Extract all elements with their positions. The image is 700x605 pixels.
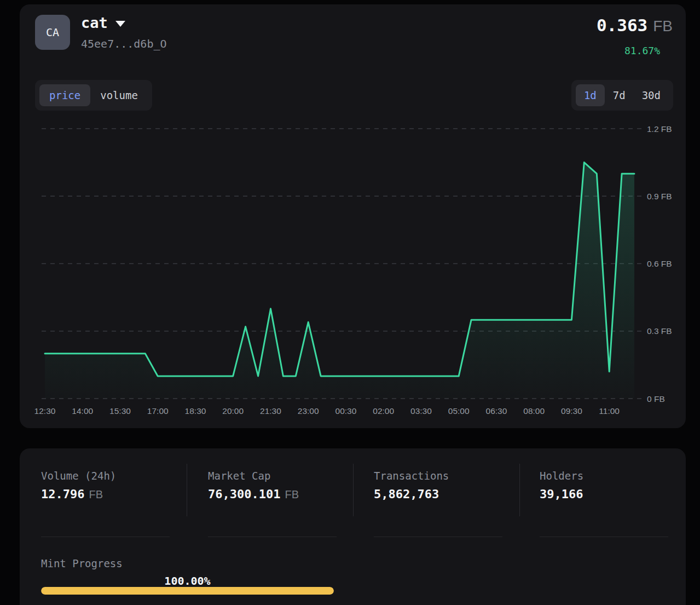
x-axis-tick-label: 02:00 (373, 406, 394, 416)
stat-label: Transactions (374, 470, 449, 482)
x-axis-tick-label: 03:30 (410, 406, 432, 416)
range-toggle-1d[interactable]: 1d (576, 84, 605, 106)
stat-unit: FB (89, 488, 103, 501)
range-toggle-30d[interactable]: 30d (634, 84, 669, 106)
stat-holders: Holders 39,166 (540, 464, 668, 537)
stat-market-cap: Market Cap 76,300.101 FB (208, 464, 337, 537)
stat-label: Holders (540, 470, 583, 482)
y-axis-tick-label: 1.2 FB (647, 124, 672, 134)
token-stats-card: Volume (24h) 12.796 FB Market Cap 76,300… (20, 448, 686, 605)
price-change-percent: 81.67% (624, 45, 660, 56)
stat-label: Market Cap (208, 470, 270, 482)
x-axis-tick-label: 15:30 (109, 406, 131, 416)
x-axis-tick-label: 14:00 (72, 406, 93, 416)
mint-progress-percent: 100.00% (41, 574, 334, 587)
mint-progress-fill (41, 587, 334, 595)
x-axis-tick-label: 05:00 (448, 406, 470, 416)
x-axis-tick-label: 09:30 (561, 406, 582, 416)
x-axis-tick-label: 11:00 (599, 406, 620, 416)
x-axis-tick-label: 08:00 (523, 406, 545, 416)
stat-value: 5,862,763 (374, 487, 439, 501)
stat-value: 12.796 (41, 487, 84, 501)
x-axis-tick-label: 23:00 (298, 406, 319, 416)
stat-value: 39,166 (540, 487, 583, 501)
token-price-row: 0.363 FB (597, 15, 673, 35)
token-selector[interactable]: cat (81, 14, 125, 31)
token-price: 0.363 (597, 15, 647, 35)
token-price-unit: FB (653, 18, 673, 35)
mint-progress-label: Mint Progress (41, 557, 123, 569)
chevron-down-icon (115, 21, 125, 27)
token-address: 45ee7...d6b_O (81, 37, 167, 50)
y-axis-tick-label: 0 FB (647, 394, 665, 404)
stat-unit: FB (285, 488, 299, 501)
x-axis-tick-label: 18:30 (185, 406, 206, 416)
y-axis-tick-label: 0.6 FB (647, 259, 672, 268)
token-name: cat (81, 14, 108, 31)
x-axis-tick-label: 12:30 (34, 406, 56, 416)
metric-toggle-group: price volume (35, 80, 152, 111)
token-chart-card: CA cat 45ee7...d6b_O 0.363 FB 81.67% pri… (20, 4, 686, 428)
price-line-chart[interactable]: 0 FB0.3 FB0.6 FB0.9 FB1.2 FB12:3014:0015… (20, 110, 686, 424)
token-avatar: CA (35, 15, 70, 50)
token-avatar-initials: CA (46, 26, 59, 39)
stat-transactions: Transactions 5,862,763 (374, 464, 502, 537)
metric-toggle-price[interactable]: price (39, 84, 90, 106)
price-area-fill (45, 163, 634, 399)
mint-progress-bar (41, 587, 334, 595)
range-toggle-7d[interactable]: 7d (605, 84, 634, 106)
x-axis-tick-label: 21:30 (260, 406, 281, 416)
stat-volume-24h: Volume (24h) 12.796 FB (41, 464, 170, 537)
stat-label: Volume (24h) (41, 470, 116, 482)
stats-divider (187, 464, 187, 516)
x-axis-tick-label: 00:30 (335, 406, 357, 416)
y-axis-tick-label: 0.9 FB (647, 192, 672, 201)
x-axis-tick-label: 17:00 (147, 406, 169, 416)
x-axis-tick-label: 20:00 (222, 406, 244, 416)
range-toggle-group: 1d 7d 30d (571, 80, 673, 111)
stat-value: 76,300.101 (208, 487, 280, 501)
stats-divider (519, 464, 520, 516)
stats-divider (353, 464, 354, 516)
y-axis-tick-label: 0.3 FB (647, 326, 672, 336)
metric-toggle-volume[interactable]: volume (90, 84, 148, 106)
x-axis-tick-label: 06:30 (486, 406, 507, 416)
